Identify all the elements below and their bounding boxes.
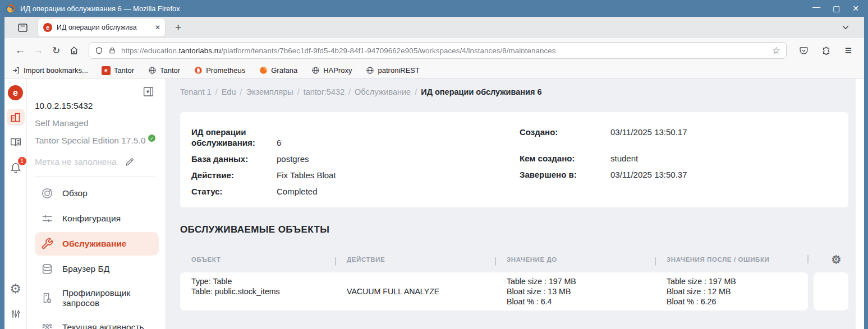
rail-item-settings[interactable]: ⚙ <box>7 280 25 297</box>
app-icon-rail: e 1 ⚙ <box>4 78 27 329</box>
breadcrumb-instance[interactable]: tantor:5432 <box>304 87 345 96</box>
column-header-value-before: ЗНАЧЕНИЕ ДО <box>495 256 655 263</box>
breadcrumb-current: ИД операции обслуживания 6 <box>421 87 541 96</box>
book-icon <box>10 136 22 149</box>
sidebar-item-overview[interactable]: Обзор <box>35 182 159 205</box>
firefox-view-icon[interactable] <box>15 20 30 35</box>
main-panel: Tenant 1/ Edu/ Экземпляры/ tantor:5432/ … <box>166 78 856 329</box>
edit-pencil-icon[interactable] <box>125 157 135 167</box>
collapse-sidebar-icon[interactable] <box>143 86 154 98</box>
maintenance-details-card: ИД операции обслуживания: 6 База данных:… <box>180 112 848 207</box>
sliders-vertical-icon <box>10 308 21 319</box>
maximize-button[interactable]: ▢ <box>833 4 840 12</box>
column-header-value-after: ЗНАЧЕНИЯ ПОСЛЕ / ОШИБКИ <box>655 256 808 263</box>
reload-button[interactable]: ↻ <box>47 41 65 59</box>
scrollbar-track[interactable] <box>856 78 864 329</box>
pocket-icon[interactable] <box>794 41 812 59</box>
bookmark-grafana[interactable]: Grafana <box>259 66 297 75</box>
lock-icon[interactable] <box>108 47 116 54</box>
serviced-objects-title: ОБСЛУЖИВАЕМЫЕ ОБЪЕКТЫ <box>180 224 856 235</box>
bookmark-star-icon[interactable]: ☆ <box>772 45 780 57</box>
firefox-logo-icon <box>6 4 15 13</box>
instance-label[interactable]: Метка не заполнена <box>35 157 159 167</box>
list-all-tabs-icon[interactable] <box>838 20 853 35</box>
cell-action: VACUUM FULL ANALYZE <box>336 272 495 311</box>
objects-table-header: ОБЪЕКТ ДЕЙСТВИЕ ЗНАЧЕНИЕ ДО ЗНАЧЕНИЯ ПОС… <box>180 253 848 266</box>
url-bar[interactable]: https://education.tantorlabs.ru/platform… <box>89 42 787 59</box>
detail-row: Завершено в: 03/11/2025 13:50.37 <box>520 169 848 180</box>
bookmark-tantor[interactable]: e Tantor <box>102 66 134 75</box>
detail-row: Создано: 03/11/2025 13:50.17 <box>520 127 848 137</box>
instance-edition: Tantor Special Edition 17.5.0 ✓ <box>35 136 159 146</box>
breadcrumb-maintenance[interactable]: Обслуживание <box>355 87 411 96</box>
minimize-button[interactable]: — <box>812 3 820 11</box>
cell-value-after: Table size : 197 MB Bloat size : 12 MB B… <box>655 272 808 311</box>
tab-title: ИД операции обслужива <box>57 24 153 31</box>
gear-icon: ⚙ <box>10 282 21 295</box>
sidebar-item-current-activity[interactable]: Текущая активность <box>35 316 159 329</box>
cell-row-actions[interactable] <box>814 272 848 311</box>
table-row[interactable]: Type: Table Table: public.stock_items VA… <box>180 272 848 311</box>
sidebar-menu: Обзор Конфигурация Обслуживание <box>35 180 159 329</box>
rail-item-instances[interactable] <box>7 109 25 126</box>
table-gear-icon[interactable]: ⚙ <box>831 254 842 265</box>
notification-badge: 1 <box>18 157 26 165</box>
instance-type: Self Managed <box>35 118 159 128</box>
building-icon <box>10 112 21 123</box>
grafana-icon <box>259 66 268 75</box>
url-text[interactable]: https://education.tantorlabs.ru/platform… <box>121 47 768 55</box>
config-sliders-icon <box>40 212 54 225</box>
breadcrumb: Tenant 1/ Edu/ Экземпляры/ tantor:5432/ … <box>180 87 856 96</box>
breadcrumb-workspace[interactable]: Edu <box>222 87 236 96</box>
sidebar-item-query-profiler[interactable]: Профилировщик запросов <box>35 282 159 314</box>
activity-icon <box>40 321 54 329</box>
forward-button[interactable]: → <box>29 41 47 59</box>
tantor-icon: e <box>102 66 111 75</box>
detail-row: База данных: postgres <box>191 154 520 164</box>
bookmarks-bar: Import bookmarks... e Tantor Tantor Prom… <box>4 63 864 78</box>
table-settings-cell: ⚙ <box>808 254 848 265</box>
column-header-action: ДЕЙСТВИЕ <box>336 256 495 263</box>
close-button[interactable]: ✕ <box>852 4 859 12</box>
prometheus-icon <box>194 66 203 75</box>
window-titlebar: ИД операции обслуживания 6 — Mozilla Fir… <box>0 0 868 17</box>
home-button[interactable] <box>65 41 83 59</box>
tantor-logo-icon[interactable]: e <box>8 85 23 100</box>
gauge-icon <box>40 187 54 200</box>
rail-item-preferences[interactable] <box>7 305 25 322</box>
detail-row: Кем создано: student <box>520 153 848 164</box>
window-title: ИД операции обслуживания 6 — Mozilla Fir… <box>20 4 180 13</box>
rail-item-notifications[interactable]: 1 <box>7 159 25 176</box>
active-tab[interactable]: e ИД операции обслужива ✕ <box>38 18 165 36</box>
rail-item-docs[interactable] <box>7 134 25 151</box>
extensions-puzzle-icon[interactable] <box>817 41 835 59</box>
firefox-window: ИД операции обслуживания 6 — Mozilla Fir… <box>0 0 868 329</box>
import-icon <box>11 66 20 75</box>
navigation-toolbar: ← → ↻ https://education.tantorlabs.ru/pl… <box>4 38 864 63</box>
tab-close-icon[interactable]: ✕ <box>155 24 160 31</box>
database-icon <box>40 263 54 275</box>
sidebar-item-db-browser[interactable]: Браузер БД <box>35 257 159 281</box>
shield-icon[interactable] <box>95 47 103 55</box>
bookmark-haproxy[interactable]: HAProxy <box>311 66 352 75</box>
bookmark-patronirest[interactable]: patroniREST <box>366 66 420 75</box>
back-button[interactable]: ← <box>11 41 29 59</box>
menu-hamburger-icon[interactable]: ≡ <box>839 41 857 59</box>
instance-address: 10.0.2.15:5432 <box>35 101 159 111</box>
globe-icon <box>148 66 157 75</box>
detail-row: Действие: Fix Tables Bloat <box>191 170 520 180</box>
divider <box>35 176 155 177</box>
tantor-favicon-icon: e <box>43 23 52 32</box>
sidebar-item-maintenance[interactable]: Обслуживание <box>35 232 159 256</box>
breadcrumb-instances[interactable]: Экземпляры <box>246 87 293 96</box>
detail-row: Статус: Completed <box>191 186 520 197</box>
breadcrumb-tenant[interactable]: Tenant 1 <box>180 87 212 96</box>
detail-row: ИД операции обслуживания: 6 <box>191 127 520 148</box>
bookmark-prometheus[interactable]: Prometheus <box>194 66 245 75</box>
sidebar-item-configuration[interactable]: Конфигурация <box>35 207 159 230</box>
tab-strip: e ИД операции обслужива ✕ + <box>4 17 864 38</box>
column-header-object: ОБЪЕКТ <box>180 256 336 263</box>
bookmark-import[interactable]: Import bookmarks... <box>11 66 88 75</box>
bookmark-tantor2[interactable]: Tantor <box>148 66 180 75</box>
new-tab-button[interactable]: + <box>175 21 181 34</box>
